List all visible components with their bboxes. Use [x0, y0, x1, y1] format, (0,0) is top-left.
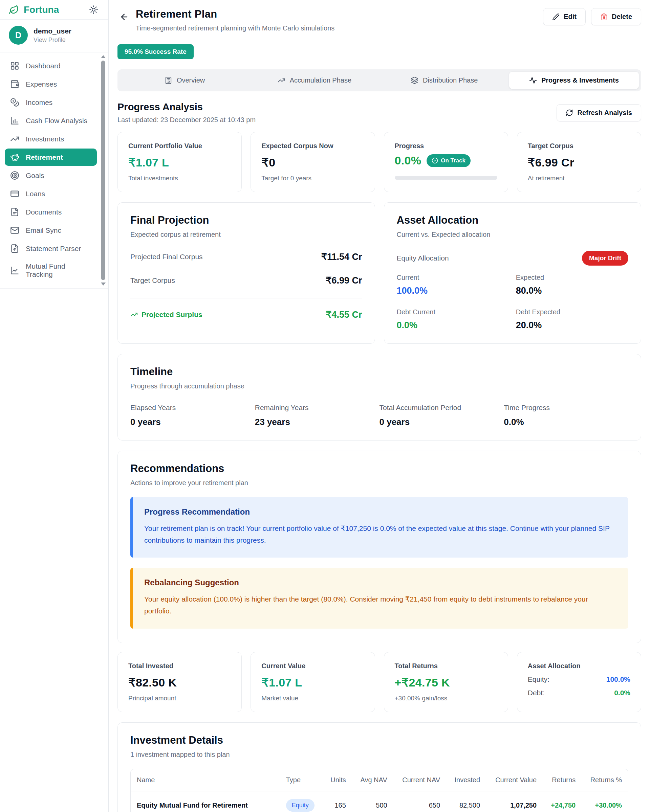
timeline-elapsed: Elapsed Years 0 years [130, 404, 255, 427]
cell-value: 80.0% [516, 285, 629, 296]
line-chart-icon [10, 266, 19, 275]
col-avg-nav: Avg NAV [352, 769, 393, 791]
sidebar-item-label: Retirement [26, 153, 63, 162]
sidebar-scrollbar[interactable] [101, 55, 106, 285]
allocation-cell-current: Current 100.0% [397, 274, 509, 296]
check-circle-icon [432, 157, 438, 164]
card-title: Recommendations [130, 462, 629, 475]
tab-accumulation-phase[interactable]: Accumulation Phase [249, 72, 379, 89]
alert-body: Your equity allocation (100.0%) is highe… [144, 594, 617, 617]
row-value: ₹11.54 Cr [321, 251, 362, 262]
edit-label: Edit [564, 13, 577, 21]
timeline-label: Remaining Years [255, 404, 379, 412]
stat-sub: Principal amount [128, 694, 231, 702]
sidebar-item-loans[interactable]: Loans [5, 185, 97, 202]
tab-overview[interactable]: Overview [120, 72, 249, 89]
timeline-card: Timeline Progress through accumulation p… [118, 354, 641, 441]
progress-bar [395, 176, 497, 180]
on-track-badge: On Track [427, 154, 471, 167]
summary-total-returns: Total Returns +₹24.75 K +30.00% gain/los… [384, 652, 508, 712]
trending-up-icon [130, 311, 138, 318]
tab-label: Progress & Investments [541, 76, 619, 84]
sidebar-item-documents[interactable]: Documents [5, 203, 97, 221]
card-subtitle: 1 investment mapped to this plan [130, 751, 629, 759]
equity-value: 100.0% [606, 675, 630, 684]
stat-value: +₹24.75 K [395, 676, 497, 689]
fund-name: Equity Mutual Fund for Retirement [131, 791, 280, 812]
brand[interactable]: Fortuna [9, 5, 59, 15]
page-subtitle: Time-segmented retirement planning with … [136, 24, 335, 32]
card-title: Investment Details [130, 734, 629, 746]
refresh-analysis-button[interactable]: Refresh Analysis [557, 104, 641, 122]
back-button[interactable] [118, 10, 131, 24]
card-subtitle: Progress through accumulation phase [130, 382, 629, 390]
summary-current-value: Current Value ₹1.07 L Market value [251, 652, 375, 712]
sidebar-header: Fortuna [0, 0, 109, 20]
sidebar-item-expenses[interactable]: Expenses [5, 75, 97, 93]
sidebar-item-label: Cash Flow Analysis [26, 117, 87, 125]
cell-value: 100.0% [397, 285, 509, 296]
scroll-down-arrow[interactable] [101, 282, 106, 285]
app-root: Fortuna D demo_user View Profile Dashboa… [0, 0, 650, 812]
tab-distribution-phase[interactable]: Distribution Phase [379, 72, 509, 89]
stat-value: ₹0 [262, 156, 364, 169]
timeline-total-period: Total Accumulation Period 0 years [379, 404, 504, 427]
profile-section[interactable]: D demo_user View Profile [0, 20, 109, 52]
card-subtitle: Actions to improve your retirement plan [130, 479, 629, 487]
timeline-value: 23 years [255, 417, 379, 427]
header-actions: Edit Delete [543, 8, 641, 25]
alert-title: Progress Recommendation [144, 507, 617, 517]
sidebar-item-investments[interactable]: Investments [5, 130, 97, 148]
sidebar-item-incomes[interactable]: Incomes [5, 94, 97, 111]
sidebar-nav: Dashboard Expenses Incomes Cash Flow Ana… [0, 52, 109, 288]
edit-button[interactable]: Edit [543, 8, 586, 25]
stat-value: 0.0% [395, 154, 422, 167]
sidebar-item-label: Statement Parser [26, 244, 81, 253]
scrollbar-thumb[interactable] [101, 61, 105, 280]
cell-label: Current [397, 274, 509, 281]
cell-value: 20.0% [516, 320, 629, 331]
scroll-up-arrow[interactable] [101, 55, 106, 58]
table-row[interactable]: Equity Mutual Fund for Retirement Equity… [131, 791, 628, 812]
theme-toggle-button[interactable] [88, 4, 99, 15]
stat-value: ₹1.07 L [128, 156, 231, 169]
sidebar-item-label: Dashboard [26, 62, 61, 70]
sidebar-item-dashboard[interactable]: Dashboard [5, 57, 97, 75]
equity-allocation-label: Equity Allocation [397, 254, 449, 262]
delete-button[interactable]: Delete [591, 8, 641, 25]
stat-card-progress: Progress 0.0% On Track [384, 132, 508, 192]
bar-chart-icon [10, 116, 19, 125]
col-invested: Invested [446, 769, 486, 791]
refresh-label: Refresh Analysis [577, 109, 632, 117]
sidebar-item-mutual-fund-tracking[interactable]: Mutual Fund Tracking [5, 258, 97, 282]
sidebar-item-statement-parser[interactable]: Statement Parser [5, 240, 97, 257]
card-title: Timeline [130, 366, 629, 378]
calculator-icon [165, 76, 172, 84]
layers-icon [411, 76, 418, 84]
sidebar-item-label: Email Sync [26, 226, 61, 235]
tab-progress-investments[interactable]: Progress & Investments [509, 72, 639, 89]
projection-allocation-row: Final Projection Expected corpus at reti… [118, 202, 641, 344]
success-rate-badge: 95.0% Success Rate [118, 44, 194, 59]
file-up-icon [10, 244, 19, 253]
stat-label: Asset Allocation [528, 662, 630, 670]
sidebar-item-email-sync[interactable]: Email Sync [5, 221, 97, 239]
sidebar: Fortuna D demo_user View Profile Dashboa… [0, 0, 109, 812]
trending-up-icon [10, 134, 19, 143]
stat-value: ₹6.99 Cr [528, 156, 630, 169]
sidebar-item-retirement[interactable]: Retirement [5, 148, 97, 166]
sidebar-item-goals[interactable]: Goals [5, 167, 97, 184]
stat-label: Current Value [262, 662, 364, 670]
col-units: Units [323, 769, 352, 791]
equity-label: Equity: [528, 675, 549, 684]
debt-value: 0.0% [614, 689, 630, 697]
investment-details-card: Investment Details 1 investment mapped t… [118, 722, 641, 812]
sidebar-item-cash-flow-analysis[interactable]: Cash Flow Analysis [5, 112, 97, 129]
view-profile-link[interactable]: View Profile [34, 37, 72, 44]
mail-icon [10, 226, 19, 235]
summary-asset-allocation: Asset Allocation Equity: 100.0% Debt: 0.… [517, 652, 641, 712]
wallet-icon [10, 79, 19, 89]
stat-sub: +30.00% gain/loss [395, 694, 497, 702]
stat-card-target-corpus: Target Corpus ₹6.99 Cr At retirement [517, 132, 641, 192]
timeline-value: 0.0% [504, 417, 629, 427]
